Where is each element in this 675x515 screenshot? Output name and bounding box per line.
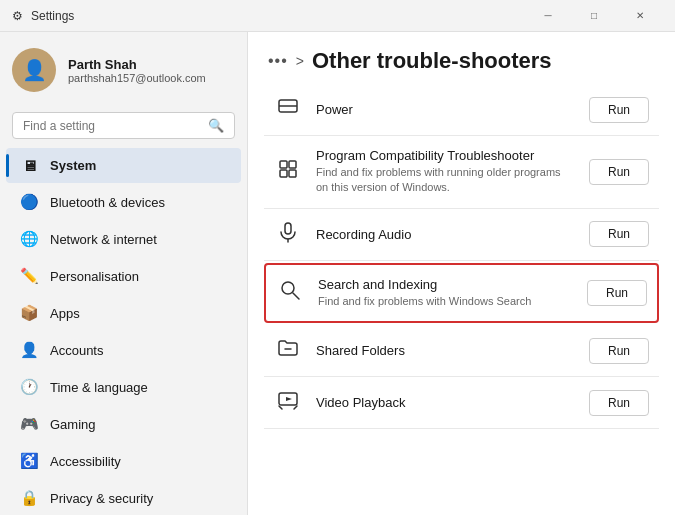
sidebar: 👤 Parth Shah parthshah157@outlook.com 🔍 …: [0, 32, 248, 515]
svg-rect-5: [289, 170, 296, 177]
list-item-highlighted: Search and Indexing Find and fix problem…: [264, 263, 659, 323]
user-name: Parth Shah: [68, 57, 206, 72]
item-name: Power: [316, 102, 575, 117]
list-item: Video Playback Run: [264, 377, 659, 429]
troubleshooter-list: Power Run Program Compatibility Troubles…: [248, 84, 675, 445]
sidebar-item-privacy[interactable]: 🔒 Privacy & security: [6, 480, 241, 515]
run-button[interactable]: Run: [589, 221, 649, 247]
privacy-icon: 🔒: [20, 489, 38, 507]
svg-point-8: [282, 282, 294, 294]
audio-icon: [274, 221, 302, 248]
power-icon: [274, 96, 302, 123]
page-title: Other trouble-shooters: [312, 48, 552, 74]
item-name: Shared Folders: [316, 343, 575, 358]
sidebar-item-label: Accessibility: [50, 454, 121, 469]
sidebar-item-network[interactable]: 🌐 Network & internet: [6, 221, 241, 257]
list-item: Program Compatibility Troubleshooter Fin…: [264, 136, 659, 209]
sidebar-item-personalisation[interactable]: ✏️ Personalisation: [6, 258, 241, 294]
sidebar-item-label: Time & language: [50, 380, 148, 395]
time-icon: 🕐: [20, 378, 38, 396]
item-name: Search and Indexing: [318, 277, 573, 292]
svg-line-12: [279, 406, 282, 409]
svg-line-9: [293, 293, 299, 299]
svg-rect-2: [280, 161, 287, 168]
minimize-button[interactable]: ─: [525, 0, 571, 32]
compat-icon: [274, 158, 302, 185]
network-icon: 🌐: [20, 230, 38, 248]
item-desc: Find and fix problems with Windows Searc…: [318, 294, 573, 309]
svg-line-13: [294, 406, 297, 409]
svg-rect-3: [289, 161, 296, 168]
search-indexing-icon: [276, 279, 304, 306]
titlebar-title: Settings: [31, 9, 74, 23]
item-text: Search and Indexing Find and fix problem…: [318, 277, 573, 309]
sidebar-item-apps[interactable]: 📦 Apps: [6, 295, 241, 331]
sidebar-nav: 🖥 System 🔵 Bluetooth & devices 🌐 Network…: [0, 147, 247, 515]
apps-icon: 📦: [20, 304, 38, 322]
sidebar-item-label: Network & internet: [50, 232, 157, 247]
item-text: Power: [316, 102, 575, 117]
sidebar-item-system[interactable]: 🖥 System: [6, 148, 241, 183]
gaming-icon: 🎮: [20, 415, 38, 433]
item-desc: Find and fix problems with running older…: [316, 165, 575, 196]
sidebar-item-label: Personalisation: [50, 269, 139, 284]
run-button[interactable]: Run: [587, 280, 647, 306]
search-input[interactable]: [23, 119, 200, 133]
svg-rect-4: [280, 170, 287, 177]
user-email: parthshah157@outlook.com: [68, 72, 206, 84]
titlebar: ⚙ Settings ─ □ ✕: [0, 0, 675, 32]
sidebar-item-label: System: [50, 158, 96, 173]
item-text: Recording Audio: [316, 227, 575, 242]
sidebar-item-time[interactable]: 🕐 Time & language: [6, 369, 241, 405]
sidebar-item-label: Gaming: [50, 417, 96, 432]
item-text: Video Playback: [316, 395, 575, 410]
search-box[interactable]: 🔍: [12, 112, 235, 139]
system-icon: 🖥: [20, 157, 38, 174]
sidebar-item-label: Apps: [50, 306, 80, 321]
breadcrumb-dots: •••: [268, 52, 288, 70]
run-button[interactable]: Run: [589, 97, 649, 123]
main-header: ••• > Other trouble-shooters: [248, 32, 675, 84]
svg-rect-6: [285, 223, 291, 234]
item-name: Program Compatibility Troubleshooter: [316, 148, 575, 163]
item-name: Video Playback: [316, 395, 575, 410]
run-button[interactable]: Run: [589, 338, 649, 364]
personalisation-icon: ✏️: [20, 267, 38, 285]
sidebar-item-label: Accounts: [50, 343, 103, 358]
titlebar-left: ⚙ Settings: [12, 9, 74, 23]
run-button[interactable]: Run: [589, 390, 649, 416]
list-item: Power Run: [264, 84, 659, 136]
sidebar-item-label: Privacy & security: [50, 491, 153, 506]
user-profile: 👤 Parth Shah parthshah157@outlook.com: [0, 32, 247, 108]
run-button[interactable]: Run: [589, 159, 649, 185]
item-text: Program Compatibility Troubleshooter Fin…: [316, 148, 575, 196]
main-content: ••• > Other trouble-shooters Power Run: [248, 32, 675, 515]
settings-icon: ⚙: [12, 9, 23, 23]
accounts-icon: 👤: [20, 341, 38, 359]
breadcrumb-separator: >: [296, 53, 304, 69]
list-item: Shared Folders Run: [264, 325, 659, 377]
sidebar-item-accessibility[interactable]: ♿ Accessibility: [6, 443, 241, 479]
video-playback-icon: [274, 389, 302, 416]
sidebar-item-accounts[interactable]: 👤 Accounts: [6, 332, 241, 368]
item-text: Shared Folders: [316, 343, 575, 358]
search-icon: 🔍: [208, 118, 224, 133]
bluetooth-icon: 🔵: [20, 193, 38, 211]
shared-folders-icon: [274, 337, 302, 364]
svg-marker-14: [286, 397, 292, 401]
titlebar-controls[interactable]: ─ □ ✕: [525, 0, 663, 32]
item-name: Recording Audio: [316, 227, 575, 242]
accessibility-icon: ♿: [20, 452, 38, 470]
user-info: Parth Shah parthshah157@outlook.com: [68, 57, 206, 84]
sidebar-item-gaming[interactable]: 🎮 Gaming: [6, 406, 241, 442]
list-item: Recording Audio Run: [264, 209, 659, 261]
avatar: 👤: [12, 48, 56, 92]
sidebar-item-label: Bluetooth & devices: [50, 195, 165, 210]
app-body: 👤 Parth Shah parthshah157@outlook.com 🔍 …: [0, 32, 675, 515]
close-button[interactable]: ✕: [617, 0, 663, 32]
maximize-button[interactable]: □: [571, 0, 617, 32]
sidebar-item-bluetooth[interactable]: 🔵 Bluetooth & devices: [6, 184, 241, 220]
